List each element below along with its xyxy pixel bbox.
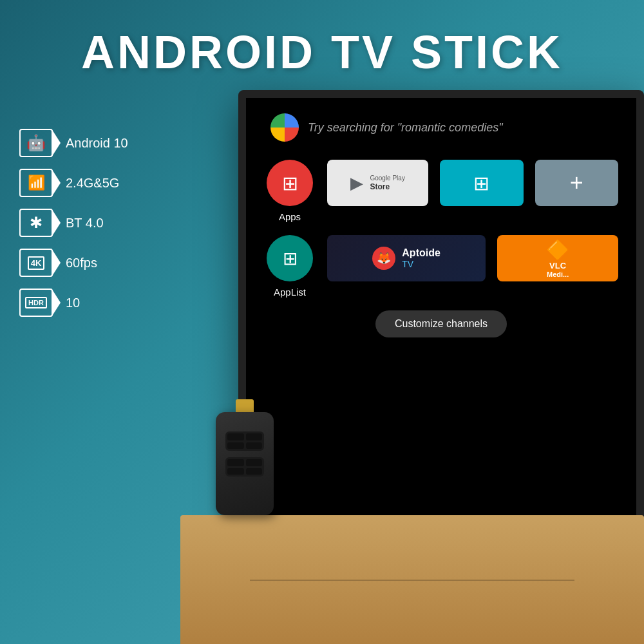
assistant-text: Try searching for "romantic comedies" (308, 121, 503, 135)
fourk-badge-el: 4K (19, 249, 53, 277)
vent-group-2 (225, 457, 264, 477)
features-list: 🤖 Android 10 📶 2.4G&5G ✱ BT 4.0 4K 60fps… (19, 129, 128, 317)
furniture-cabinet (180, 515, 644, 644)
plus-tile[interactable]: + (535, 160, 618, 206)
google-play-text: Google Play Store (370, 175, 404, 191)
hdr-icon: HDR (25, 297, 47, 308)
vent-3 (227, 442, 244, 450)
apps-row-1: ⊞ Apps ▶ Google Play Store ⊞ (264, 160, 618, 222)
bluetooth-badge: ✱ (19, 209, 53, 237)
vent-6 (246, 459, 263, 466)
feature-bluetooth: ✱ BT 4.0 (19, 209, 128, 237)
tv-stick-device (216, 394, 274, 515)
google-play-icon: ▶ (350, 173, 363, 193)
vent-2 (246, 433, 263, 440)
vlc-media-label: Medi... (547, 270, 569, 278)
aptoide-tv: TV (402, 259, 440, 269)
apps-grid-icon: ⊞ (282, 172, 298, 194)
android-badge: 🤖 (19, 129, 53, 157)
page-title: ANDROID TV STICK (0, 26, 644, 79)
vent-7 (227, 468, 244, 475)
apps-icon-item[interactable]: ⊞ Apps (264, 160, 316, 222)
apps-label: Apps (279, 211, 301, 222)
customize-channels-button[interactable]: Customize channels (375, 310, 507, 337)
feature-android: 🤖 Android 10 (19, 129, 128, 157)
tv-screen: Try searching for "romantic comedies" ⊞ … (246, 98, 636, 546)
aptoide-icon: 🦊 (377, 251, 391, 265)
feature-4k: 4K 60fps (19, 249, 128, 277)
aptoide-logo: 🦊 (372, 247, 395, 270)
feature-hdr: HDR 10 (19, 289, 128, 317)
apps-icon-circle: ⊞ (267, 160, 313, 206)
grid-icon: ⊞ (473, 172, 489, 194)
android-icon: 🤖 (26, 134, 46, 152)
feature-wifi: 📶 2.4G&5G (19, 169, 128, 197)
wifi-icon: 📶 (28, 175, 45, 191)
wifi-label: 2.4G&5G (66, 176, 119, 191)
wifi-badge: 📶 (19, 169, 53, 197)
vlc-tile[interactable]: 🔶 VLC Medi... (497, 235, 618, 281)
hdr-label: 10 (66, 296, 80, 310)
vent-8 (246, 468, 263, 475)
fourk-label: 60fps (66, 256, 97, 270)
vent-1 (227, 433, 244, 440)
plus-icon: + (570, 169, 583, 196)
customize-channels-container: Customize channels (264, 310, 618, 337)
applist-icon-circle: ⊞ (267, 235, 313, 281)
furniture-drawer (250, 580, 574, 581)
aptoide-name: Aptoide (402, 247, 440, 259)
applist-icon-item[interactable]: ⊞ AppList (264, 235, 316, 298)
grid-tile[interactable]: ⊞ (440, 160, 523, 206)
stick-body (216, 412, 274, 515)
fourk-icon: 4K (28, 256, 45, 270)
google-assistant-icon (270, 113, 299, 142)
applist-label: AppList (274, 287, 306, 298)
vent-5 (227, 459, 244, 466)
vent-group-1 (225, 431, 264, 451)
android-label: Android 10 (66, 136, 128, 151)
vlc-cone-icon: 🔶 (546, 238, 570, 261)
hdr-badge-el: HDR (19, 289, 53, 317)
vlc-label: VLC (549, 261, 566, 270)
aptoide-text-group: Aptoide TV (402, 247, 440, 269)
aptoide-tile[interactable]: 🦊 Aptoide TV (327, 235, 486, 281)
bluetooth-label: BT 4.0 (66, 216, 104, 231)
apps-row-2: ⊞ AppList 🦊 Aptoide TV 🔶 (264, 235, 618, 298)
applist-grid-icon: ⊞ (283, 248, 298, 269)
bluetooth-icon: ✱ (30, 214, 43, 232)
tv-bezel: Try searching for "romantic comedies" ⊞ … (238, 90, 644, 554)
google-play-tile[interactable]: ▶ Google Play Store (327, 160, 428, 206)
assistant-bar: Try searching for "romantic comedies" (264, 113, 618, 142)
vent-4 (246, 442, 263, 450)
